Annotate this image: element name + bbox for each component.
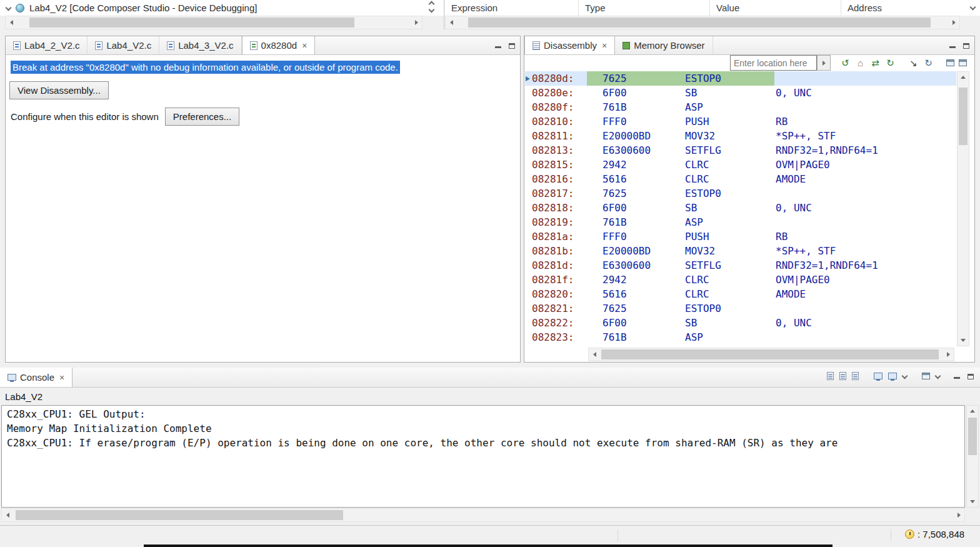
pin-view-icon[interactable] bbox=[959, 59, 967, 66]
preferences-button[interactable]: Preferences... bbox=[165, 108, 239, 126]
scroll-down-arrow[interactable] bbox=[958, 335, 969, 346]
disassembly-row[interactable]: 08281b:E20000BDMOV32*SP++, STF bbox=[525, 244, 956, 258]
disassembly-addr: 08280e: bbox=[532, 86, 602, 100]
reload-icon[interactable]: ↻ bbox=[923, 58, 934, 68]
disassembly-row[interactable]: 082820:5616CLRCAMODE bbox=[525, 287, 956, 301]
column-value[interactable]: Value bbox=[710, 0, 841, 16]
disassembly-op: FFF0 bbox=[602, 114, 685, 129]
minimize-icon[interactable] bbox=[949, 43, 956, 49]
scrollbar-track[interactable] bbox=[13, 509, 953, 521]
pc-arrow-icon bbox=[526, 76, 530, 81]
disassembly-mn: PUSH bbox=[685, 114, 776, 129]
disassembly-row[interactable]: 082822:6F00SB0, UNC bbox=[525, 316, 956, 330]
disassembly-row[interactable]: 082811:E20000BDMOV32*SP++, STF bbox=[525, 129, 956, 143]
scrollbar-track[interactable] bbox=[17, 16, 411, 29]
go-to-location-button[interactable] bbox=[817, 55, 831, 71]
disassembly-hscrollbar[interactable] bbox=[588, 348, 954, 361]
view-disassembly-button[interactable]: View Disassembly... bbox=[9, 81, 109, 99]
link-with-active-context-icon[interactable]: ⇄ bbox=[870, 58, 881, 68]
display-selected-console-icon[interactable] bbox=[888, 373, 897, 379]
location-input[interactable] bbox=[730, 55, 817, 71]
scrollbar-track[interactable] bbox=[958, 83, 969, 335]
column-type[interactable]: Type bbox=[579, 0, 710, 16]
debug-tree-hscrollbar[interactable] bbox=[5, 16, 422, 29]
disassembly-row[interactable]: 08280d:7625ESTOP0 bbox=[525, 71, 956, 86]
disassembly-mn: ESTOP0 bbox=[685, 301, 776, 316]
scroll-up-arrow[interactable] bbox=[958, 72, 969, 83]
disassembly-row[interactable]: 082813:E6300600SETFLGRNDF32=1,RNDF64=1 bbox=[525, 143, 956, 158]
tab-disassembly[interactable]: Disassembly × bbox=[524, 36, 615, 54]
disassembly-row[interactable]: 08280f:761BASP bbox=[525, 100, 956, 114]
disassembly-row[interactable]: 082815:2942CLRCOVM|PAGE0 bbox=[525, 158, 956, 172]
scroll-down-arrow[interactable] bbox=[967, 496, 978, 507]
scroll-left-arrow[interactable] bbox=[446, 16, 457, 29]
disassembly-row[interactable]: 08281d:E6300600SETFLGRNDF32=1,RNDF64=1 bbox=[525, 258, 956, 273]
scroll-right-arrow[interactable] bbox=[953, 509, 964, 521]
close-icon[interactable]: × bbox=[601, 41, 607, 50]
scroll-right-arrow[interactable] bbox=[948, 16, 959, 29]
disassembly-row[interactable]: 082821:7625ESTOP0 bbox=[525, 301, 956, 316]
disassembly-row[interactable]: 082817:7625ESTOP0 bbox=[525, 186, 956, 201]
scrollbar-thumb[interactable] bbox=[29, 18, 354, 28]
disassembly-addr: 08281f: bbox=[532, 273, 602, 287]
editor-tab-lab4-v2[interactable]: Lab4_V2.c bbox=[88, 36, 159, 54]
scrollbar-thumb[interactable] bbox=[468, 18, 931, 28]
disassembly-row[interactable]: 08280e:6F00SB0, UNC bbox=[525, 86, 956, 100]
tab-memory-browser[interactable]: Memory Browser bbox=[615, 36, 712, 54]
disassembly-row[interactable]: 08281a:FFF0PUSHRB bbox=[525, 229, 956, 244]
clear-console-icon[interactable] bbox=[827, 372, 834, 380]
scrollbar-track[interactable] bbox=[600, 348, 942, 361]
maximize-icon[interactable] bbox=[963, 43, 969, 49]
scroll-left-arrow[interactable] bbox=[589, 348, 600, 361]
scrollbar-thumb[interactable] bbox=[959, 88, 968, 145]
editor-tab-lab4-2-v2[interactable]: Lab4_2_V2.c bbox=[6, 36, 88, 54]
open-console-chevron[interactable] bbox=[935, 373, 941, 379]
word-wrap-icon[interactable] bbox=[852, 372, 859, 380]
pin-console-icon[interactable] bbox=[874, 373, 882, 379]
refresh-view-icon[interactable]: ↺ bbox=[840, 58, 851, 68]
close-icon[interactable]: × bbox=[58, 373, 64, 382]
disassembly-vscrollbar[interactable] bbox=[957, 71, 969, 346]
scrollbar-thumb[interactable] bbox=[968, 418, 977, 455]
console-hscrollbar[interactable] bbox=[1, 508, 965, 522]
column-address[interactable]: Address bbox=[841, 0, 980, 16]
scroll-lock-icon[interactable] bbox=[839, 372, 846, 380]
new-window-icon[interactable] bbox=[946, 59, 954, 66]
disassembly-row[interactable]: 082816:5616CLRCAMODE bbox=[525, 172, 956, 186]
column-expression[interactable]: Expression bbox=[445, 0, 579, 16]
open-console-icon[interactable] bbox=[922, 373, 930, 379]
scroll-left-arrow[interactable] bbox=[2, 509, 13, 521]
disassembly-row[interactable]: 08281f:2942CLRCOVM|PAGE0 bbox=[525, 273, 956, 287]
expressions-hscrollbar[interactable] bbox=[445, 16, 960, 29]
collapse-chevron-icon[interactable] bbox=[6, 5, 12, 11]
goto-pc-icon[interactable]: ↘ bbox=[908, 58, 919, 68]
disassembly-toolbar: ↺ ⌂ ⇄ ↻ ↘ ↻ bbox=[524, 55, 974, 71]
disassembly-row[interactable]: 082818:6F00SB0, UNC bbox=[525, 201, 956, 215]
scrollbar-thumb[interactable] bbox=[16, 510, 343, 520]
scroll-up-arrow[interactable] bbox=[967, 406, 978, 416]
disassembly-row[interactable]: 082823:761BASP bbox=[525, 330, 956, 344]
scrollbar-track[interactable] bbox=[967, 416, 978, 496]
maximize-icon[interactable] bbox=[509, 43, 515, 49]
scroll-right-arrow[interactable] bbox=[411, 16, 422, 29]
tab-console[interactable]: Console × bbox=[0, 368, 72, 387]
minimize-icon[interactable] bbox=[954, 374, 960, 379]
disassembly-row[interactable]: 082810:FFF0PUSHRB bbox=[525, 114, 956, 129]
scroll-spinner[interactable] bbox=[429, 2, 434, 12]
scroll-right-arrow[interactable] bbox=[942, 348, 954, 361]
minimize-icon[interactable] bbox=[495, 43, 501, 49]
scrollbar-thumb[interactable] bbox=[601, 349, 939, 359]
scrollbar-track[interactable] bbox=[457, 16, 948, 29]
home-icon[interactable]: ⌂ bbox=[855, 58, 866, 68]
console-output[interactable]: C28xx_CPU1: GEL Output:Memory Map Initia… bbox=[1, 405, 965, 508]
console-vscrollbar[interactable] bbox=[966, 405, 979, 508]
disassembly-row[interactable]: 082819:761BASP bbox=[525, 215, 956, 229]
close-icon[interactable]: × bbox=[301, 41, 307, 50]
editor-tab-0x8280d[interactable]: 0x8280d × bbox=[242, 36, 316, 54]
editor-tab-lab4-3-v2[interactable]: Lab4_3_V2.c bbox=[159, 36, 241, 54]
maximize-icon[interactable] bbox=[968, 374, 974, 379]
display-console-chevron[interactable] bbox=[902, 373, 908, 379]
sync-with-source-icon[interactable]: ↻ bbox=[885, 58, 896, 68]
scroll-left-arrow[interactable] bbox=[6, 16, 17, 29]
spinner-down-icon[interactable] bbox=[429, 7, 435, 13]
